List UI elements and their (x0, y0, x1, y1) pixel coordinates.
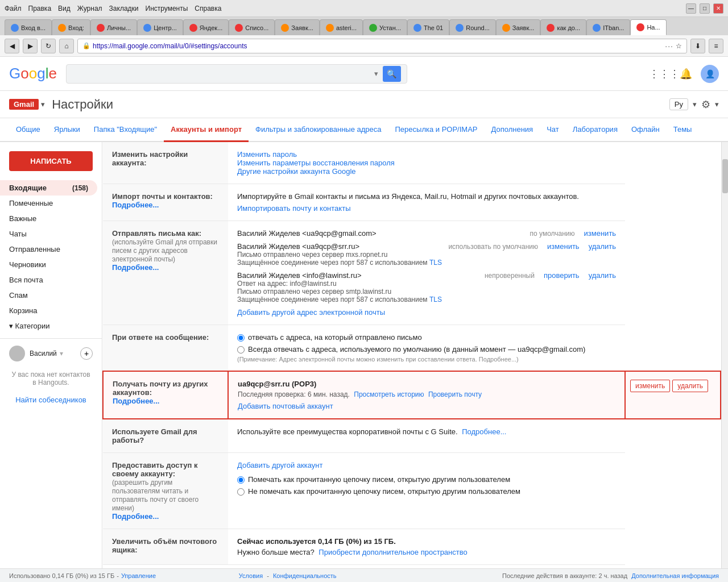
sidebar-item-spam[interactable]: Спам (0, 288, 97, 303)
contact-name[interactable]: Василий ▾ (30, 350, 63, 357)
pop3-change-btn[interactable]: изменить (630, 380, 670, 392)
privacy-link[interactable]: Конфиденциальность (273, 572, 337, 579)
tab-filters[interactable]: Фильтры и заблокированные адреса (249, 118, 388, 142)
pop3-check-link[interactable]: Проверить почту (428, 390, 482, 398)
more-info-link[interactable]: Дополнительная информация (631, 572, 719, 579)
sidebar-categories[interactable]: ▾ Категории (0, 318, 97, 334)
tab-chat[interactable]: Чат (540, 118, 566, 142)
pop3-history-link[interactable]: Просмотреть историю (354, 390, 424, 398)
menu-history[interactable]: Журнал (77, 5, 102, 13)
reply-option-2[interactable]: Всегда отвечать с адреса, используемого … (237, 345, 616, 354)
tab-11[interactable]: Round... (449, 19, 496, 35)
link-change-password[interactable]: Изменить пароль (237, 150, 297, 159)
menu-edit[interactable]: Правка (28, 5, 52, 13)
gear-dropdown-icon[interactable]: ▾ (715, 100, 719, 109)
add-pop3-link[interactable]: Добавить почтовый аккаунт (238, 402, 333, 410)
lang-selector[interactable]: Ру (669, 98, 688, 110)
sidebar-item-inbox[interactable]: Входящие (158) (0, 180, 97, 196)
reply-option-1[interactable]: отвечать с адреса, на который отправлено… (237, 333, 616, 342)
import-link[interactable]: Импортировать почту и контакты (237, 204, 350, 213)
tab-labels[interactable]: Ярлыки (47, 118, 87, 142)
sidebar-item-drafts[interactable]: Черновики (0, 257, 97, 272)
email-2-delete[interactable]: удалить (589, 242, 616, 251)
search-bar[interactable]: ▾ 🔍 (66, 64, 407, 84)
tls-link-1[interactable]: TLS (429, 259, 442, 267)
gmail-label[interactable]: Gmail (9, 99, 39, 110)
tab-10[interactable]: The 01 (407, 19, 449, 35)
tab-forwarding[interactable]: Пересылка и POP/IMAP (388, 118, 485, 142)
tls-link-2[interactable]: TLS (429, 296, 442, 304)
menu-help[interactable]: Справка (195, 5, 221, 13)
tab-general[interactable]: Общие (9, 118, 47, 142)
add-email-link[interactable]: Добавить другой адрес электронной почты (237, 308, 385, 317)
close-button[interactable]: ✕ (713, 3, 723, 14)
tab-5[interactable]: Яндек... (183, 19, 229, 35)
link-other-settings[interactable]: Другие настройки аккаунта Google (237, 167, 356, 176)
sidebar-item-sent[interactable]: Отправленные (0, 242, 97, 257)
maximize-button[interactable]: □ (700, 3, 710, 14)
grant-radio-2[interactable] (237, 488, 245, 496)
add-contact-button[interactable]: + (80, 347, 93, 360)
email-3-delete[interactable]: удалить (589, 271, 616, 280)
tab-lab[interactable]: Лаборатория (566, 118, 624, 142)
tab-inbox[interactable]: Папка "Входящие" (87, 118, 164, 142)
reply-radio-2[interactable] (237, 346, 245, 354)
back-button[interactable]: ◀ (5, 39, 19, 53)
tab-3[interactable]: Личны... (90, 19, 137, 35)
search-dropdown-icon[interactable]: ▾ (374, 69, 378, 78)
manage-link[interactable]: Управление (121, 572, 156, 579)
compose-button[interactable]: НАПИСАТЬ (9, 151, 93, 171)
email-2-change[interactable]: изменить (547, 242, 580, 251)
scrollbar[interactable] (721, 142, 728, 568)
link-recovery[interactable]: Изменить параметры восстановления пароля (237, 159, 395, 167)
menu-tools[interactable]: Инструменты (146, 5, 188, 13)
sidebar-item-starred[interactable]: Помеченные (0, 196, 97, 211)
scrollbar-thumb[interactable] (722, 159, 728, 193)
address-bar[interactable]: 🔒 https://mail.google.com/mail/u/0/#sett… (77, 39, 687, 53)
tab-offline[interactable]: Офлайн (624, 118, 667, 142)
tab-12[interactable]: Заявк... (496, 19, 541, 35)
tab-themes[interactable]: Темы (667, 118, 699, 142)
gsuite-link[interactable]: Подробнее... (462, 427, 506, 436)
tab-6[interactable]: Списо... (229, 19, 275, 35)
storage-link[interactable]: Приобрести дополнительное пространство (318, 548, 467, 556)
tab-13[interactable]: как до... (540, 19, 586, 35)
import-more-link[interactable]: Подробнее... (112, 201, 159, 209)
lang-dropdown-icon[interactable]: ▾ (693, 100, 697, 109)
menu-file[interactable]: Файл (5, 5, 22, 13)
tab-14[interactable]: ITban... (586, 19, 630, 35)
menu-bookmarks[interactable]: Закладки (109, 5, 139, 13)
home-button[interactable]: ⌂ (59, 39, 74, 53)
tab-15[interactable]: На... (630, 19, 666, 35)
tab-1[interactable]: Вход в... (5, 19, 52, 35)
apps-icon[interactable]: ⋮⋮⋮ (657, 67, 671, 81)
forward-button[interactable]: ▶ (23, 39, 38, 53)
search-input[interactable] (72, 69, 370, 78)
tab-accounts[interactable]: Аккаунты и импорт (164, 118, 249, 142)
grant-option-2[interactable]: Не помечать как прочитанную цепочку писе… (237, 487, 616, 496)
tab-9[interactable]: Устан... (363, 19, 407, 35)
find-contacts-link[interactable]: Найти собеседников (15, 396, 86, 404)
minimize-button[interactable]: — (686, 3, 696, 14)
user-avatar[interactable]: 👤 (701, 65, 719, 83)
reply-radio-1[interactable] (237, 334, 245, 342)
tab-4[interactable]: Центр... (137, 19, 183, 35)
terms-link[interactable]: Условия (239, 572, 263, 579)
sidebar-item-all[interactable]: Вся почта (0, 272, 97, 288)
gear-icon[interactable]: ⚙ (701, 98, 710, 111)
menu-button[interactable]: ≡ (709, 39, 723, 53)
gmail-dropdown-icon[interactable]: ▾ (41, 100, 45, 109)
grant-radio-1[interactable] (237, 476, 245, 484)
pop3-more-link[interactable]: Подробнее... (113, 397, 159, 405)
email-3-verify[interactable]: проверить (544, 271, 580, 280)
grant-more-link[interactable]: Подробнее... (112, 512, 159, 521)
email-1-change[interactable]: изменить (584, 229, 617, 238)
reload-button[interactable]: ↻ (41, 39, 56, 53)
menu-view[interactable]: Вид (58, 5, 71, 13)
search-button[interactable]: 🔍 (383, 66, 401, 82)
tab-addons[interactable]: Дополнения (485, 118, 540, 142)
sidebar-item-chats[interactable]: Чаты (0, 226, 97, 242)
tab-8[interactable]: asteri... (320, 19, 363, 35)
download-button[interactable]: ⬇ (690, 39, 705, 53)
pop3-delete-btn[interactable]: удалить (672, 380, 708, 392)
